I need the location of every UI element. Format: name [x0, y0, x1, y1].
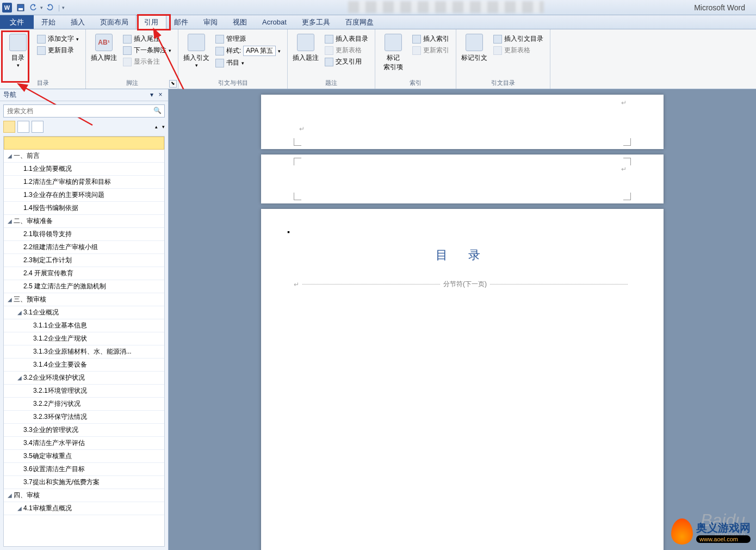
outline-item[interactable]: 3.1.2企业生产现状 [4, 332, 164, 345]
nav-expand-down[interactable]: ▾ [162, 124, 165, 129]
update-index-icon [412, 46, 421, 55]
outline-current[interactable] [4, 137, 164, 150]
tab-home[interactable]: 开始 [34, 15, 63, 29]
outline-item-label: 3.4清洁生产水平评估 [23, 438, 85, 448]
tab-acrobat[interactable]: Acrobat [255, 15, 294, 29]
nav-pane-dropdown[interactable]: ▾ [147, 91, 156, 100]
search-icon[interactable]: 🔍 [153, 107, 162, 114]
outline-item[interactable]: 3.6设置清洁生产目标 [4, 463, 164, 476]
nav-tab-results[interactable] [32, 121, 44, 133]
outline-item[interactable]: ◢3.1企业概况 [4, 306, 164, 319]
qat-undo-button[interactable] [28, 2, 40, 14]
site-url: www.aoel.com [696, 535, 751, 543]
qat-undo-dropdown[interactable]: ▾ [40, 5, 43, 10]
outline-item[interactable]: ◢4.1审核重点概况 [4, 502, 164, 515]
twisty-icon[interactable]: ◢ [6, 218, 14, 224]
qat-redo-button[interactable] [44, 2, 55, 14]
twisty-icon[interactable]: ◢ [16, 310, 23, 316]
cross-reference-button[interactable]: 交叉引用 [323, 57, 370, 67]
tab-insert[interactable]: 插入 [63, 15, 92, 29]
outline-item-label: 2.4 开展宣传教育 [23, 269, 73, 278]
outline-item[interactable]: 2.5 建立清洁生产的激励机制 [4, 280, 164, 293]
outline-item[interactable]: 1.1企业简要概况 [4, 163, 164, 176]
outline-item-label: 3.2企业环境保护状况 [23, 373, 85, 382]
insert-footnote-button[interactable]: AB¹ 插入脚注 [90, 32, 117, 79]
qat-separator: | [58, 4, 60, 11]
twisty-icon[interactable]: ◢ [6, 153, 14, 159]
qat-customize-dropdown[interactable]: ▾ [62, 5, 65, 10]
outline-item[interactable]: 1.3企业存在的主要环境问题 [4, 189, 164, 202]
nav-pane-close-button[interactable]: × [156, 91, 165, 100]
redacted-filename [348, 1, 544, 13]
tab-view[interactable]: 视图 [225, 15, 255, 29]
outline-item[interactable]: 3.1.3企业原辅材料、水、能源消... [4, 345, 164, 359]
tab-baidu[interactable]: 百度网盘 [338, 15, 381, 29]
outline-item[interactable]: 3.2.1环境管理状况 [4, 385, 164, 398]
outline-tree[interactable]: ◢一、前言1.1企业简要概况1.2清洁生产审核的背景和目标1.3企业存在的主要环… [3, 136, 165, 547]
outline-item[interactable]: ◢二、审核准备 [4, 215, 164, 228]
tab-review[interactable]: 审阅 [196, 15, 225, 29]
outline-item[interactable]: 1.4报告书编制依据 [4, 202, 164, 215]
nav-tab-headings[interactable] [3, 121, 15, 133]
outline-item[interactable]: 3.2.2产排污状况 [4, 398, 164, 411]
outline-item[interactable]: 2.1取得领导支持 [4, 228, 164, 241]
search-input[interactable] [3, 104, 165, 118]
cursor-mark: ▪ [287, 227, 290, 236]
toc-button[interactable]: 目录 ▾ [4, 32, 32, 79]
insert-endnote-button[interactable]: 插入尾注 [121, 34, 173, 44]
outline-item[interactable]: 3.1.1企业基本信息 [4, 319, 164, 332]
outline-item[interactable]: 2.4 开展宣传教育 [4, 267, 164, 280]
add-text-button[interactable]: 添加文字 ▾ [35, 34, 81, 44]
insert-table-figures-button[interactable]: 插入表目录 [323, 34, 370, 44]
navigation-pane: 导航 ▾ × 🔍 ▾ ▴ ▾ ◢一、前言1.1企业简要概况1.2清洁生产审核的背… [0, 89, 169, 550]
style-icon [215, 47, 224, 55]
outline-item-label: 1.4报告书编制依据 [23, 203, 78, 213]
insert-citation-button[interactable]: 插入引文 ▾ [183, 32, 210, 79]
document-area[interactable]: ↵ ↵ ↵ ▪ 目 录 ↵分节符(下一页) Baidu jingyan.b [169, 89, 756, 550]
qat-save-button[interactable] [15, 2, 27, 14]
insert-index-button[interactable]: 插入索引 [410, 34, 451, 44]
twisty-icon[interactable]: ◢ [16, 505, 23, 511]
tab-references[interactable]: 引用 [136, 15, 166, 29]
outline-item[interactable]: 3.2.3环保守法情况 [4, 411, 164, 424]
outline-item[interactable]: ◢四、审核 [4, 489, 164, 502]
twisty-icon[interactable]: ◢ [6, 492, 14, 498]
manage-sources-button[interactable]: 管理源 [213, 34, 283, 44]
twisty-icon[interactable]: ◢ [16, 375, 23, 381]
page-gap: ↵ [261, 155, 664, 203]
outline-item[interactable]: ◢一、前言 [4, 150, 164, 163]
title-bar: W ▾ | ▾ Microsoft Word [0, 0, 756, 15]
outline-item[interactable]: 3.7提出和实施无/低费方案 [4, 476, 164, 489]
outline-item[interactable]: ◢3.2企业环境保护状况 [4, 372, 164, 385]
insert-caption-button[interactable]: 插入题注 [292, 32, 319, 79]
nav-tab-pages[interactable] [17, 121, 29, 133]
outline-item[interactable]: 1.2清洁生产审核的背景和目标 [4, 176, 164, 189]
outline-item[interactable]: ◢三、预审核 [4, 293, 164, 306]
outline-item[interactable]: 2.3制定工作计划 [4, 254, 164, 267]
insert-authorities-button[interactable]: 插入引文目录 [491, 34, 546, 44]
mark-index-entry-button[interactable]: 标记 索引项 [380, 32, 407, 79]
outline-item-label: 3.1.2企业生产现状 [33, 334, 87, 343]
tab-mailings[interactable]: 邮件 [166, 15, 196, 29]
show-notes-icon [123, 58, 132, 66]
citation-style-select[interactable]: 样式: APA 第五▾ [213, 45, 283, 57]
tab-more-tools[interactable]: 更多工具 [294, 15, 338, 29]
endnote-icon [123, 35, 132, 44]
outline-item-label: 3.2.3环保守法情况 [33, 412, 87, 422]
mark-citation-button[interactable]: 标记引文 [461, 32, 488, 79]
group-label-toc: 目录 [4, 79, 81, 89]
next-footnote-button[interactable]: 下一条脚注 ▾ [121, 45, 173, 55]
outline-item[interactable]: 3.3企业的管理状况 [4, 424, 164, 437]
tab-file[interactable]: 文件 [0, 15, 34, 29]
update-toc-button[interactable]: 更新目录 [35, 45, 81, 55]
outline-item[interactable]: 3.5确定审核重点 [4, 450, 164, 463]
tab-layout[interactable]: 页面布局 [92, 15, 136, 29]
page-current[interactable]: ▪ 目 录 ↵分节符(下一页) [261, 209, 664, 550]
outline-item[interactable]: 3.1.4企业主要设备 [4, 359, 164, 372]
twisty-icon[interactable]: ◢ [6, 296, 14, 302]
nav-collapse-up[interactable]: ▴ [155, 124, 158, 129]
outline-item[interactable]: 3.4清洁生产水平评估 [4, 437, 164, 450]
bibliography-button[interactable]: 书目 ▾ [213, 58, 283, 68]
outline-item[interactable]: 2.2组建清洁生产审核小组 [4, 241, 164, 254]
footnotes-dialog-launcher[interactable]: ⬊ [169, 80, 177, 88]
